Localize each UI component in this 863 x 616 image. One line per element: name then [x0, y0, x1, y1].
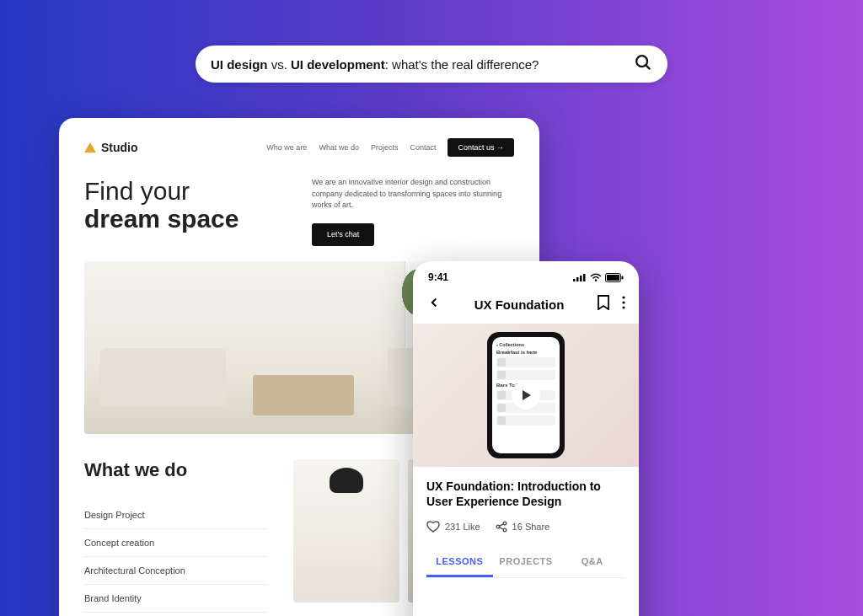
- tab-projects[interactable]: PROJECTS: [493, 548, 560, 577]
- logo-icon: [84, 142, 96, 153]
- service-item[interactable]: Brand Identity: [84, 585, 268, 613]
- svg-line-1: [646, 66, 651, 70]
- svg-point-14: [503, 522, 507, 526]
- contact-button[interactable]: Contact us →: [448, 138, 514, 157]
- svg-rect-2: [573, 279, 576, 281]
- search-icon[interactable]: [634, 53, 652, 75]
- bookmark-icon[interactable]: [597, 295, 610, 313]
- like-count: 231 Like: [445, 522, 480, 532]
- service-item[interactable]: Consulting: [84, 613, 268, 616]
- status-icons: [573, 271, 624, 283]
- play-icon[interactable]: [512, 381, 540, 410]
- svg-point-11: [622, 301, 624, 303]
- course-meta: 231 Like 16 Share: [426, 521, 625, 533]
- gallery-image: [293, 459, 399, 603]
- share-button[interactable]: 16 Share: [496, 521, 550, 533]
- heart-icon: [426, 521, 440, 533]
- battery-icon: [605, 273, 624, 282]
- course-title: UX Foundation: Introduction to User Expe…: [426, 479, 625, 509]
- service-item[interactable]: Design Project: [84, 501, 268, 529]
- service-item[interactable]: Concept creation: [84, 529, 268, 557]
- wifi-icon: [590, 273, 602, 281]
- share-icon: [496, 521, 507, 533]
- nav-link[interactable]: Who we are: [266, 143, 307, 152]
- status-bar: 9:41: [413, 261, 639, 288]
- svg-line-17: [499, 528, 503, 529]
- svg-point-6: [595, 279, 597, 281]
- desktop-header: Studio Who we are What we do Projects Co…: [84, 138, 514, 157]
- phone-topbar: UX Foundation: [413, 288, 639, 324]
- hero-section: Find your dream space We are an innovati…: [84, 177, 514, 246]
- screen-title: UX Foundation: [474, 297, 565, 312]
- nav-link[interactable]: Contact: [410, 143, 436, 152]
- signal-icon: [573, 273, 587, 281]
- status-time: 9:41: [428, 271, 448, 283]
- nav-link[interactable]: Projects: [371, 143, 399, 152]
- phone-mockup: 9:41 UX Foundation ‹ Collections Breakfa…: [413, 261, 639, 616]
- more-icon[interactable]: [622, 296, 625, 313]
- search-query: UI design vs. UI development: what's the…: [211, 57, 634, 72]
- svg-point-15: [503, 529, 507, 533]
- desktop-nav: Who we are What we do Projects Contact C…: [266, 138, 514, 157]
- share-count: 16 Share: [512, 522, 550, 532]
- svg-rect-3: [576, 277, 579, 281]
- search-bar[interactable]: UI design vs. UI development: what's the…: [196, 46, 667, 83]
- svg-rect-4: [580, 276, 582, 281]
- course-content: UX Foundation: Introduction to User Expe…: [413, 467, 639, 578]
- svg-line-16: [499, 524, 503, 526]
- logo[interactable]: Studio: [84, 141, 138, 154]
- svg-rect-5: [583, 274, 586, 281]
- hero-heading: Find your dream space: [84, 177, 239, 246]
- mini-headline: Breakfast is here: [496, 350, 555, 355]
- svg-point-10: [622, 296, 624, 298]
- svg-point-13: [496, 526, 500, 529]
- tab-qa[interactable]: Q&A: [559, 548, 625, 577]
- service-item[interactable]: Architectural Conception: [84, 557, 268, 585]
- course-hero-image[interactable]: ‹ Collections Breakfast is here Bars To …: [413, 324, 639, 467]
- lets-chat-button[interactable]: Let's chat: [312, 223, 374, 247]
- like-button[interactable]: 231 Like: [426, 521, 480, 533]
- svg-point-0: [636, 56, 647, 67]
- section-title: What we do: [84, 459, 268, 481]
- svg-rect-9: [622, 276, 624, 279]
- hero-description: We are an innovative interior design and…: [312, 177, 514, 246]
- back-icon[interactable]: [426, 295, 442, 313]
- svg-point-12: [622, 306, 624, 308]
- tab-lessons[interactable]: LESSONS: [426, 548, 493, 577]
- course-tabs: LESSONS PROJECTS Q&A: [426, 548, 625, 578]
- nav-link[interactable]: What we do: [319, 143, 359, 152]
- svg-rect-8: [607, 275, 619, 281]
- brand-name: Studio: [101, 141, 138, 154]
- mini-collections-label: ‹ Collections: [496, 342, 555, 347]
